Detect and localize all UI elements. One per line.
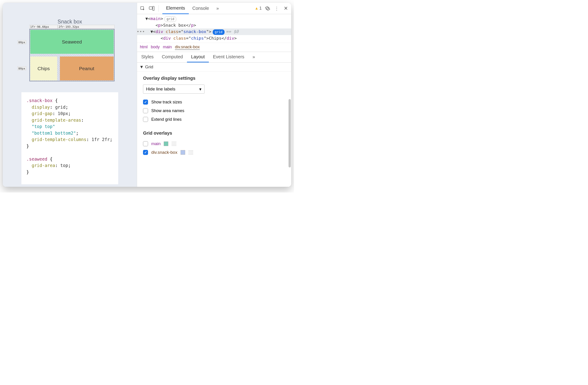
dom-selected-node[interactable]: ••• ▼<div class="snack-box">grid== $0 [137, 28, 291, 35]
highlight-icon[interactable] [188, 150, 193, 155]
device-toggle-icon[interactable] [148, 5, 155, 12]
grid-overlays-heading: Grid overlays [143, 130, 285, 136]
close-icon[interactable]: ✕ [283, 5, 289, 12]
layout-panel: ▼ Grid Overlay display settings Hide lin… [137, 63, 291, 187]
preview-title: Snack box [58, 19, 82, 25]
tab-more[interactable]: » [213, 3, 223, 14]
highlight-icon[interactable] [171, 141, 176, 146]
color-swatch-main[interactable] [164, 141, 168, 146]
devtools-toolbar: Elements Console » ▲ 1 ⋮ ✕ [137, 3, 291, 14]
breadcrumb: html body main div.snack-box [137, 43, 291, 52]
gear-icon[interactable] [264, 5, 271, 12]
overlay-label-snackbox[interactable]: div.snack-box [151, 150, 177, 155]
col-track-label-1: 1fr·96.66px [29, 25, 58, 29]
grid-cell-peanut: Peanut [60, 57, 114, 80]
svg-rect-2 [153, 6, 154, 10]
crumb-current[interactable]: div.snack-box [175, 45, 200, 50]
crumb-main[interactable]: main [163, 45, 172, 50]
scrollbar[interactable] [289, 99, 291, 168]
inspect-icon[interactable] [139, 5, 146, 12]
overlay-label-main[interactable]: main [151, 141, 161, 146]
devtools-top-tabs: Elements Console » [162, 3, 223, 14]
label-track-sizes: Show track sizes [151, 100, 182, 105]
page-preview-pane: Snack box 1fr·96.66px 2fr·193.32px 80px … [3, 3, 137, 187]
snack-box-grid: Seaweed Chips Peanut [29, 29, 115, 81]
col-track-label-2: 2fr·193.32px [58, 25, 114, 29]
devtools-window: Snack box 1fr·96.66px 2fr·193.32px 80px … [3, 3, 291, 187]
checkbox-area-names[interactable] [143, 108, 148, 113]
label-area-names: Show area names [151, 108, 184, 113]
grid-overlay-preview: 1fr·96.66px 2fr·193.32px 80px 80px Seawe… [29, 29, 115, 81]
chevron-down-icon: ▼ [139, 64, 144, 69]
svg-rect-1 [149, 7, 152, 9]
tab-elements[interactable]: Elements [162, 3, 189, 14]
chevron-down-icon: ▾ [199, 86, 202, 92]
color-swatch-snackbox[interactable] [181, 150, 185, 155]
overlay-settings-heading: Overlay display settings [143, 76, 285, 81]
tab-layout[interactable]: Layout [187, 52, 209, 63]
tab-styles[interactable]: Styles [137, 52, 158, 63]
ellipsis-icon: ••• [137, 28, 145, 35]
row-track-label-2: 80px [18, 66, 26, 70]
dom-tree[interactable]: ▼<main>grid <p>Snack box</p> ••• ▼<div c… [137, 14, 291, 43]
tab-event-listeners[interactable]: Event Listeners [209, 52, 249, 63]
warnings-badge[interactable]: ▲ 1 [255, 6, 262, 11]
grid-cell-seaweed: Seaweed [30, 30, 114, 54]
tab-computed[interactable]: Computed [158, 52, 187, 63]
crumb-html[interactable]: html [140, 45, 147, 50]
label-extend-lines: Extend grid lines [151, 117, 182, 122]
checkbox-extend-lines[interactable] [143, 117, 148, 122]
line-labels-select[interactable]: Hide line labels ▾ [143, 85, 205, 94]
devtools-subtabs: Styles Computed Layout Event Listeners » [137, 52, 291, 63]
kebab-icon[interactable]: ⋮ [273, 5, 280, 12]
row-track-label-1: 80px [18, 40, 26, 44]
checkbox-track-sizes[interactable] [143, 100, 148, 105]
tab-console[interactable]: Console [189, 3, 213, 14]
grid-section-header[interactable]: ▼ Grid [137, 63, 291, 71]
devtools-pane: Elements Console » ▲ 1 ⋮ ✕ ▼<main>grid <… [137, 3, 291, 187]
crumb-body[interactable]: body [151, 45, 160, 50]
checkbox-overlay-snackbox[interactable] [143, 150, 148, 155]
css-code-block: .snack-box { display: grid; grid-gap: 10… [21, 92, 118, 184]
warning-icon: ▲ [255, 6, 258, 11]
checkbox-overlay-main[interactable] [143, 141, 148, 146]
grid-cell-chips: Chips [30, 57, 57, 80]
tab-more-sub[interactable]: » [249, 52, 259, 63]
